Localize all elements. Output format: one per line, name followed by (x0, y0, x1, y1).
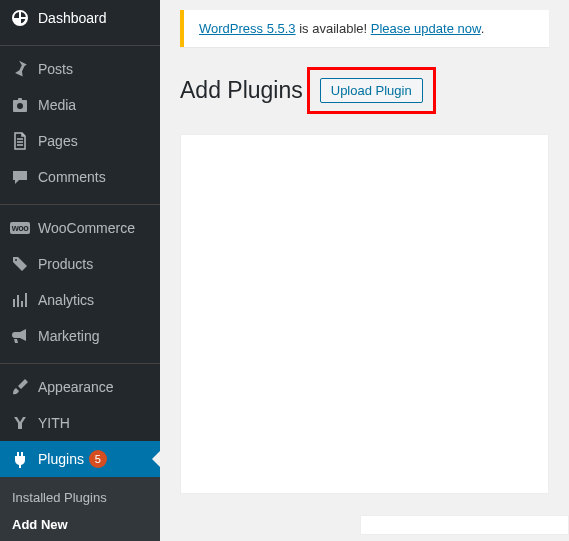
page-title: Add Plugins (180, 77, 303, 104)
sidebar-item-label: Plugins (38, 451, 84, 467)
notice-suffix: . (481, 21, 485, 36)
update-notice: WordPress 5.5.3 is available! Please upd… (180, 10, 549, 47)
sidebar-item-label: Pages (38, 133, 78, 149)
main-content: WordPress 5.5.3 is available! Please upd… (160, 0, 569, 541)
sidebar-item-label: Comments (38, 169, 106, 185)
plugins-submenu: Installed Plugins Add New Plugin Editor (0, 477, 160, 541)
page-icon (10, 131, 30, 151)
admin-sidebar: Dashboard Posts Media Pages Comments woo… (0, 0, 160, 541)
sidebar-item-comments[interactable]: Comments (0, 159, 160, 195)
sidebar-item-pages[interactable]: Pages (0, 123, 160, 159)
woocommerce-icon: woo (10, 218, 30, 238)
sidebar-item-label: Posts (38, 61, 73, 77)
menu-separator (0, 200, 160, 205)
comment-icon (10, 167, 30, 187)
yith-icon (10, 413, 30, 433)
highlight-box: Upload Plugin (307, 67, 436, 114)
sidebar-item-appearance[interactable]: Appearance (0, 369, 160, 405)
sidebar-item-woocommerce[interactable]: woo WooCommerce (0, 210, 160, 246)
sidebar-item-media[interactable]: Media (0, 87, 160, 123)
bottom-panel (360, 515, 569, 535)
sidebar-item-label: WooCommerce (38, 220, 135, 236)
sidebar-item-label: Marketing (38, 328, 99, 344)
products-icon (10, 254, 30, 274)
sidebar-item-plugins[interactable]: Plugins 5 (0, 441, 160, 477)
content-panel (180, 134, 549, 494)
dashboard-icon (10, 8, 30, 28)
sidebar-item-products[interactable]: Products (0, 246, 160, 282)
sidebar-item-label: YITH (38, 415, 70, 431)
update-now-link[interactable]: Please update now (371, 21, 481, 36)
sidebar-item-posts[interactable]: Posts (0, 51, 160, 87)
notice-text: is available! (296, 21, 371, 36)
menu-separator (0, 41, 160, 46)
pin-icon (10, 59, 30, 79)
sidebar-item-label: Dashboard (38, 10, 107, 26)
update-badge: 5 (89, 450, 107, 468)
brush-icon (10, 377, 30, 397)
sidebar-item-label: Media (38, 97, 76, 113)
submenu-item-installed-plugins[interactable]: Installed Plugins (0, 484, 160, 511)
sidebar-item-label: Products (38, 256, 93, 272)
upload-plugin-button[interactable]: Upload Plugin (320, 78, 423, 103)
megaphone-icon (10, 326, 30, 346)
menu-separator (0, 359, 160, 364)
wp-version-link[interactable]: WordPress 5.5.3 (199, 21, 296, 36)
sidebar-item-yith[interactable]: YITH (0, 405, 160, 441)
sidebar-item-label: Analytics (38, 292, 94, 308)
plugin-icon (10, 449, 30, 469)
media-icon (10, 95, 30, 115)
analytics-icon (10, 290, 30, 310)
sidebar-item-analytics[interactable]: Analytics (0, 282, 160, 318)
submenu-item-add-new[interactable]: Add New (0, 511, 160, 538)
sidebar-item-marketing[interactable]: Marketing (0, 318, 160, 354)
sidebar-item-label: Appearance (38, 379, 114, 395)
sidebar-item-dashboard[interactable]: Dashboard (0, 0, 160, 36)
